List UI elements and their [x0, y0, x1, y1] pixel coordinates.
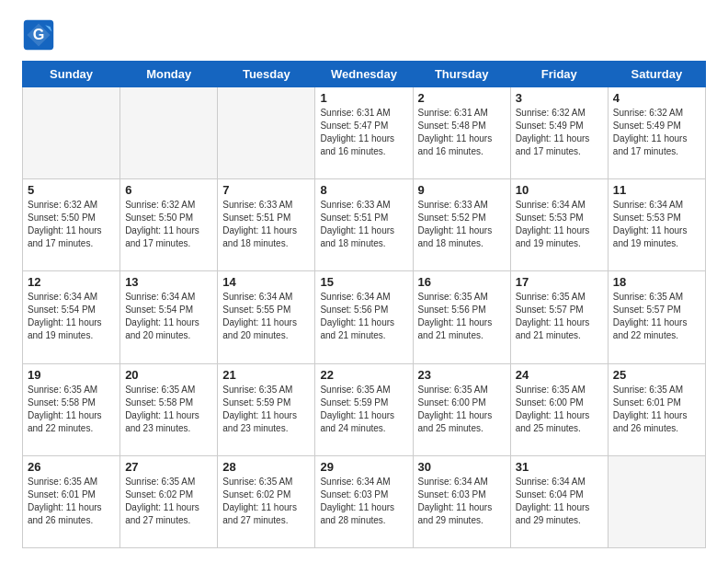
day-cell: 2Sunrise: 6:31 AM Sunset: 5:48 PM Daylig… — [413, 87, 510, 179]
day-info: Sunrise: 6:34 AM Sunset: 5:53 PM Dayligh… — [516, 199, 603, 250]
day-cell: 31Sunrise: 6:34 AM Sunset: 6:04 PM Dayli… — [510, 455, 608, 547]
day-number: 5 — [28, 183, 115, 197]
day-cell: 5Sunrise: 6:32 AM Sunset: 5:50 PM Daylig… — [23, 179, 120, 271]
day-info: Sunrise: 6:35 AM Sunset: 6:00 PM Dayligh… — [418, 384, 506, 435]
day-cell: 14Sunrise: 6:34 AM Sunset: 5:55 PM Dayli… — [218, 271, 315, 363]
day-cell: 12Sunrise: 6:34 AM Sunset: 5:54 PM Dayli… — [23, 271, 120, 363]
day-number: 31 — [516, 460, 603, 474]
day-cell: 30Sunrise: 6:34 AM Sunset: 6:03 PM Dayli… — [413, 455, 510, 547]
day-number: 10 — [516, 183, 603, 197]
day-info: Sunrise: 6:32 AM Sunset: 5:50 PM Dayligh… — [125, 199, 212, 250]
day-number: 24 — [516, 368, 603, 382]
day-number: 14 — [222, 275, 310, 289]
day-number: 28 — [222, 460, 310, 474]
day-cell: 16Sunrise: 6:35 AM Sunset: 5:56 PM Dayli… — [413, 271, 510, 363]
day-number: 11 — [613, 183, 700, 197]
day-info: Sunrise: 6:34 AM Sunset: 5:55 PM Dayligh… — [222, 291, 310, 342]
day-info: Sunrise: 6:34 AM Sunset: 6:04 PM Dayligh… — [516, 476, 603, 527]
day-info: Sunrise: 6:34 AM Sunset: 5:56 PM Dayligh… — [320, 291, 407, 342]
day-number: 7 — [222, 183, 310, 197]
day-cell: 10Sunrise: 6:34 AM Sunset: 5:53 PM Dayli… — [510, 179, 608, 271]
day-cell: 3Sunrise: 6:32 AM Sunset: 5:49 PM Daylig… — [510, 87, 608, 179]
day-number: 9 — [418, 183, 506, 197]
day-number: 3 — [516, 91, 603, 105]
day-info: Sunrise: 6:35 AM Sunset: 5:59 PM Dayligh… — [222, 384, 310, 435]
weekday-sunday: Sunday — [23, 62, 120, 87]
day-info: Sunrise: 6:34 AM Sunset: 6:03 PM Dayligh… — [418, 476, 506, 527]
day-cell — [23, 87, 120, 179]
day-number: 15 — [320, 275, 407, 289]
day-cell — [608, 455, 705, 547]
day-cell: 21Sunrise: 6:35 AM Sunset: 5:59 PM Dayli… — [218, 363, 315, 455]
day-cell: 19Sunrise: 6:35 AM Sunset: 5:58 PM Dayli… — [23, 363, 120, 455]
day-info: Sunrise: 6:32 AM Sunset: 5:50 PM Dayligh… — [28, 199, 115, 250]
day-info: Sunrise: 6:33 AM Sunset: 5:51 PM Dayligh… — [320, 199, 407, 250]
day-info: Sunrise: 6:34 AM Sunset: 6:03 PM Dayligh… — [320, 476, 407, 527]
day-info: Sunrise: 6:35 AM Sunset: 6:00 PM Dayligh… — [516, 384, 603, 435]
day-number: 23 — [418, 368, 506, 382]
week-row-0: 1Sunrise: 6:31 AM Sunset: 5:47 PM Daylig… — [23, 87, 706, 179]
day-cell: 23Sunrise: 6:35 AM Sunset: 6:00 PM Dayli… — [413, 363, 510, 455]
day-cell: 18Sunrise: 6:35 AM Sunset: 5:57 PM Dayli… — [608, 271, 705, 363]
day-info: Sunrise: 6:34 AM Sunset: 5:53 PM Dayligh… — [613, 199, 700, 250]
logo: G — [22, 18, 59, 52]
day-cell: 27Sunrise: 6:35 AM Sunset: 6:02 PM Dayli… — [120, 455, 218, 547]
day-number: 17 — [516, 275, 603, 289]
day-number: 22 — [320, 368, 407, 382]
calendar-table: SundayMondayTuesdayWednesdayThursdayFrid… — [22, 61, 706, 548]
day-cell: 4Sunrise: 6:32 AM Sunset: 5:49 PM Daylig… — [608, 87, 705, 179]
day-cell: 28Sunrise: 6:35 AM Sunset: 6:02 PM Dayli… — [218, 455, 315, 547]
weekday-thursday: Thursday — [413, 62, 510, 87]
day-info: Sunrise: 6:35 AM Sunset: 5:59 PM Dayligh… — [320, 384, 407, 435]
day-number: 8 — [320, 183, 407, 197]
day-info: Sunrise: 6:35 AM Sunset: 6:01 PM Dayligh… — [28, 476, 115, 527]
day-info: Sunrise: 6:35 AM Sunset: 5:57 PM Dayligh… — [516, 291, 603, 342]
day-cell: 17Sunrise: 6:35 AM Sunset: 5:57 PM Dayli… — [510, 271, 608, 363]
day-cell: 13Sunrise: 6:34 AM Sunset: 5:54 PM Dayli… — [120, 271, 218, 363]
day-number: 18 — [613, 275, 700, 289]
weekday-monday: Monday — [120, 62, 218, 87]
day-cell: 1Sunrise: 6:31 AM Sunset: 5:47 PM Daylig… — [315, 87, 413, 179]
day-number: 20 — [125, 368, 212, 382]
day-cell: 7Sunrise: 6:33 AM Sunset: 5:51 PM Daylig… — [218, 179, 315, 271]
weekday-saturday: Saturday — [608, 62, 705, 87]
day-cell: 9Sunrise: 6:33 AM Sunset: 5:52 PM Daylig… — [413, 179, 510, 271]
day-info: Sunrise: 6:32 AM Sunset: 5:49 PM Dayligh… — [516, 107, 603, 158]
day-cell: 11Sunrise: 6:34 AM Sunset: 5:53 PM Dayli… — [608, 179, 705, 271]
day-number: 27 — [125, 460, 212, 474]
day-cell: 15Sunrise: 6:34 AM Sunset: 5:56 PM Dayli… — [315, 271, 413, 363]
day-number: 2 — [418, 91, 506, 105]
day-cell: 29Sunrise: 6:34 AM Sunset: 6:03 PM Dayli… — [315, 455, 413, 547]
day-number: 4 — [613, 91, 700, 105]
day-cell: 6Sunrise: 6:32 AM Sunset: 5:50 PM Daylig… — [120, 179, 218, 271]
svg-text:G: G — [33, 26, 45, 42]
day-number: 29 — [320, 460, 407, 474]
day-cell — [218, 87, 315, 179]
day-info: Sunrise: 6:31 AM Sunset: 5:48 PM Dayligh… — [418, 107, 506, 158]
day-info: Sunrise: 6:35 AM Sunset: 6:02 PM Dayligh… — [125, 476, 212, 527]
page: G SundayMondayTuesdayWednesdayThursdayFr… — [0, 0, 728, 563]
logo-icon: G — [22, 18, 55, 52]
day-number: 30 — [418, 460, 506, 474]
day-number: 21 — [222, 368, 310, 382]
day-number: 19 — [28, 368, 115, 382]
day-info: Sunrise: 6:34 AM Sunset: 5:54 PM Dayligh… — [125, 291, 212, 342]
day-info: Sunrise: 6:35 AM Sunset: 5:57 PM Dayligh… — [613, 291, 700, 342]
weekday-header-row: SundayMondayTuesdayWednesdayThursdayFrid… — [23, 62, 706, 87]
week-row-2: 12Sunrise: 6:34 AM Sunset: 5:54 PM Dayli… — [23, 271, 706, 363]
day-cell: 8Sunrise: 6:33 AM Sunset: 5:51 PM Daylig… — [315, 179, 413, 271]
day-info: Sunrise: 6:35 AM Sunset: 6:01 PM Dayligh… — [613, 384, 700, 435]
day-cell: 25Sunrise: 6:35 AM Sunset: 6:01 PM Dayli… — [608, 363, 705, 455]
week-row-4: 26Sunrise: 6:35 AM Sunset: 6:01 PM Dayli… — [23, 455, 706, 547]
day-info: Sunrise: 6:35 AM Sunset: 5:58 PM Dayligh… — [125, 384, 212, 435]
day-number: 1 — [320, 91, 407, 105]
day-number: 16 — [418, 275, 506, 289]
week-row-3: 19Sunrise: 6:35 AM Sunset: 5:58 PM Dayli… — [23, 363, 706, 455]
day-cell: 20Sunrise: 6:35 AM Sunset: 5:58 PM Dayli… — [120, 363, 218, 455]
day-info: Sunrise: 6:35 AM Sunset: 5:58 PM Dayligh… — [28, 384, 115, 435]
day-number: 25 — [613, 368, 700, 382]
day-number: 6 — [125, 183, 212, 197]
day-number: 26 — [28, 460, 115, 474]
day-number: 13 — [125, 275, 212, 289]
weekday-wednesday: Wednesday — [315, 62, 413, 87]
